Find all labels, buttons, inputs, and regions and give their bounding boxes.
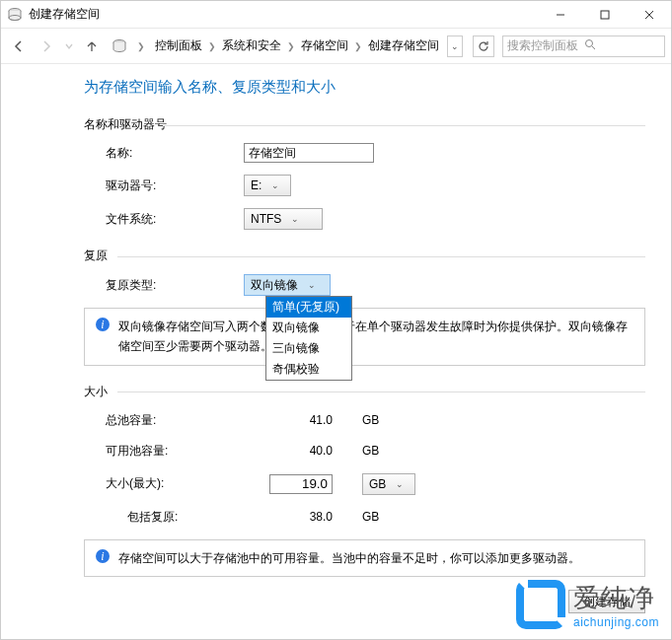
section-header: 复原: [84, 248, 645, 264]
search-input[interactable]: 搜索控制面板: [502, 36, 665, 57]
row-avail-pool: 可用池容量: 40.0 GB: [106, 443, 645, 460]
size-info-box: i 存储空间可以大于存储池中的可用容量。当池中的容量不足时，你可以添加更多驱动器…: [84, 539, 645, 577]
recent-dropdown[interactable]: [62, 35, 76, 58]
name-input[interactable]: [244, 143, 374, 163]
address-dropdown[interactable]: ⌄: [447, 36, 463, 57]
resiliency-label: 复原类型:: [106, 277, 244, 294]
dropdown-option-parity[interactable]: 奇偶校验: [266, 359, 351, 380]
create-button[interactable]: 创建存储: [568, 590, 645, 613]
titlebar: 创建存储空间: [1, 1, 671, 29]
minimize-button[interactable]: [538, 1, 582, 28]
watermark-en: aichunjing.com: [573, 615, 659, 629]
avail-pool-label: 可用池容量:: [106, 443, 244, 460]
page-title: 为存储空间输入名称、复原类型和大小: [84, 78, 645, 97]
incl-resil-value: 38.0: [244, 510, 362, 524]
section-header: 名称和驱动器号: [84, 116, 645, 133]
breadcrumb-item[interactable]: 控制面板: [151, 37, 206, 54]
row-name: 名称:: [106, 143, 645, 163]
chevron-down-icon: ⌄: [304, 280, 320, 290]
maximize-button[interactable]: [582, 1, 627, 28]
row-drive: 驱动器号: E: ⌄: [106, 175, 645, 196]
section-name-drive: 名称和驱动器号 名称: 驱动器号: E: ⌄ 文件系统: NTFS ⌄: [84, 116, 645, 230]
avail-pool-value: 40.0: [244, 444, 362, 458]
fs-select[interactable]: NTFS ⌄: [244, 208, 323, 230]
svg-line-8: [592, 46, 595, 49]
content-area: 为存储空间输入名称、复原类型和大小 名称和驱动器号 名称: 驱动器号: E: ⌄…: [1, 64, 671, 577]
resiliency-info-text: 双向镜像存储空间写入两个数据副本，有助于在单个驱动器发生故障时为你提供保护。双向…: [118, 317, 635, 357]
svg-text:i: i: [101, 549, 104, 563]
drive-label: 驱动器号:: [106, 178, 244, 194]
section-size: 大小 总池容量: 41.0 GB 可用池容量: 40.0 GB 大小(最大): …: [84, 384, 645, 577]
section-resiliency: 复原 复原类型: 双向镜像 ⌄ 简单(无复原) 双向镜像 三向镜像 奇偶校验 i…: [84, 248, 645, 366]
resiliency-info-box: i 双向镜像存储空间写入两个数据副本，有助于在单个驱动器发生故障时为你提供保护。…: [84, 308, 645, 366]
refresh-button[interactable]: [473, 36, 494, 57]
back-button[interactable]: [7, 35, 31, 58]
fs-label: 文件系统:: [106, 211, 244, 228]
size-max-input[interactable]: [269, 474, 333, 494]
info-icon: i: [95, 548, 111, 564]
resiliency-dropdown-list: 简单(无复原) 双向镜像 三向镜像 奇偶校验: [265, 296, 352, 381]
size-unit-select[interactable]: GB ⌄: [362, 473, 415, 495]
chevron-icon: ❯: [285, 41, 297, 51]
total-pool-unit: GB: [362, 413, 402, 427]
footer-actions: 创建存储: [568, 590, 645, 613]
total-pool-label: 总池容量:: [106, 412, 244, 429]
up-button[interactable]: [80, 35, 104, 58]
name-label: 名称:: [106, 145, 244, 162]
storage-icon: [112, 38, 127, 54]
search-placeholder: 搜索控制面板: [507, 37, 584, 54]
size-info-text: 存储空间可以大于存储池中的可用容量。当池中的容量不足时，你可以添加更多驱动器。: [118, 548, 580, 568]
drive-select[interactable]: E: ⌄: [244, 175, 291, 196]
section-header: 大小: [84, 384, 645, 400]
navbar: ❯ 控制面板 ❯ 系统和安全 ❯ 存储空间 ❯ 创建存储空间 ⌄ 搜索控制面板: [1, 29, 671, 64]
watermark-logo-icon: [516, 580, 565, 629]
dropdown-option-simple[interactable]: 简单(无复原): [266, 297, 351, 318]
svg-point-7: [585, 40, 592, 47]
resiliency-select[interactable]: 双向镜像 ⌄: [244, 274, 331, 296]
search-icon: [584, 38, 661, 53]
size-max-label: 大小(最大):: [106, 475, 244, 492]
info-icon: i: [95, 317, 111, 332]
dropdown-option-twoway[interactable]: 双向镜像: [266, 318, 351, 338]
avail-pool-unit: GB: [362, 444, 402, 458]
row-resiliency-type: 复原类型: 双向镜像 ⌄ 简单(无复原) 双向镜像 三向镜像 奇偶校验: [106, 274, 645, 296]
chevron-down-icon: ⌄: [392, 479, 408, 489]
row-size-max: 大小(最大): GB ⌄: [106, 473, 645, 495]
window-title: 创建存储空间: [29, 6, 538, 23]
window-controls: [538, 1, 671, 28]
incl-resil-label: 包括复原:: [127, 509, 244, 526]
total-pool-value: 41.0: [244, 413, 362, 427]
dropdown-option-threeway[interactable]: 三向镜像: [266, 338, 351, 359]
svg-text:i: i: [101, 318, 104, 331]
breadcrumb-item[interactable]: 存储空间: [297, 37, 352, 54]
incl-resil-unit: GB: [362, 510, 402, 524]
breadcrumb: 控制面板 ❯ 系统和安全 ❯ 存储空间 ❯ 创建存储空间: [151, 37, 443, 54]
chevron-icon: ❯: [206, 41, 218, 51]
chevron-down-icon: ⌄: [267, 180, 283, 190]
chevron-icon: ❯: [135, 41, 147, 51]
forward-button[interactable]: [35, 35, 58, 58]
chevron-icon: ❯: [352, 41, 364, 51]
row-total-pool: 总池容量: 41.0 GB: [106, 412, 645, 429]
row-incl-resil: 包括复原: 38.0 GB: [127, 509, 645, 526]
svg-rect-3: [601, 11, 609, 19]
breadcrumb-item[interactable]: 系统和安全: [218, 37, 285, 54]
row-filesystem: 文件系统: NTFS ⌄: [106, 208, 645, 230]
close-button[interactable]: [627, 1, 671, 28]
breadcrumb-item[interactable]: 创建存储空间: [364, 37, 443, 54]
chevron-down-icon: ⌄: [287, 214, 303, 224]
storage-icon: [7, 7, 23, 23]
